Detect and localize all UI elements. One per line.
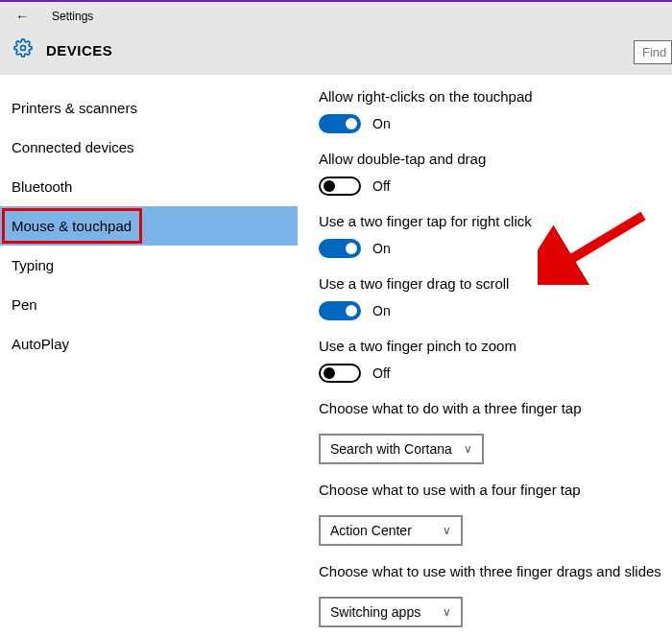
sidebar-item-pen[interactable]: Pen: [0, 285, 298, 324]
setting-allow-right-click: Allow right-clicks on the touchpad On: [319, 88, 672, 133]
toggle-state-text: Off: [372, 178, 390, 194]
content-pane: Allow right-clicks on the touchpad On Al…: [298, 75, 672, 632]
sidebar-item-typing[interactable]: Typing: [0, 246, 298, 285]
toggle-two-finger-scroll[interactable]: [319, 301, 361, 320]
sidebar-item-label: AutoPlay: [12, 336, 69, 352]
toggle-state-text: On: [372, 303, 391, 318]
toggle-state-text: On: [372, 241, 391, 256]
setting-label: Choose what to use with a four finger ta…: [319, 482, 672, 498]
setting-label: Allow right-clicks on the touchpad: [319, 88, 672, 105]
sidebar: Printers & scanners Connected devices Bl…: [0, 75, 298, 632]
sidebar-item-label: Pen: [12, 296, 37, 313]
setting-label: Use a two finger tap for right click: [319, 213, 672, 229]
sidebar-item-printers[interactable]: Printers & scanners: [0, 88, 298, 128]
toggle-two-finger-zoom[interactable]: [319, 364, 361, 383]
back-button[interactable]: ←: [15, 9, 29, 24]
header: DEVICES Find: [0, 31, 672, 75]
sidebar-item-connected-devices[interactable]: Connected devices: [0, 128, 298, 167]
chevron-down-icon: ∨: [443, 605, 451, 619]
titlebar: ← Settings: [0, 2, 672, 31]
setting-three-finger-drag: Choose what to use with three finger dra…: [319, 563, 672, 627]
sidebar-item-bluetooth[interactable]: Bluetooth: [0, 167, 298, 206]
setting-double-tap-drag: Allow double-tap and drag Off: [319, 151, 672, 196]
setting-label: Choose what to use with three finger dra…: [319, 563, 672, 579]
dropdown-value: Search with Cortana: [330, 441, 452, 457]
dropdown-three-finger-tap[interactable]: Search with Cortana ∨: [319, 434, 484, 464]
svg-point-0: [21, 46, 26, 51]
setting-label: Use a two finger drag to scroll: [319, 275, 672, 292]
toggle-knob: [346, 305, 357, 317]
sidebar-item-mouse-touchpad[interactable]: Mouse & touchpad: [0, 206, 298, 246]
setting-four-finger-tap: Choose what to use with a four finger ta…: [319, 482, 672, 546]
toggle-knob: [324, 367, 335, 379]
setting-label: Allow double-tap and drag: [319, 151, 672, 167]
toggle-two-finger-right-click[interactable]: [319, 239, 361, 258]
chevron-down-icon: ∨: [443, 524, 451, 537]
sidebar-item-label: Printers & scanners: [12, 100, 137, 116]
search-input[interactable]: Find: [634, 40, 672, 64]
toggle-knob: [346, 118, 357, 130]
setting-three-finger-tap: Choose what to do with a three finger ta…: [319, 400, 672, 464]
toggle-knob: [324, 180, 335, 192]
dropdown-value: Action Center: [330, 523, 412, 538]
setting-two-finger-zoom: Use a two finger pinch to zoom Off: [319, 338, 672, 383]
gear-icon: [13, 38, 33, 61]
toggle-double-tap-drag[interactable]: [319, 177, 361, 196]
sidebar-item-autoplay[interactable]: AutoPlay: [0, 324, 298, 364]
chevron-down-icon: ∨: [464, 442, 472, 456]
sidebar-item-label: Mouse & touchpad: [12, 218, 132, 234]
sidebar-item-label: Bluetooth: [12, 178, 72, 195]
sidebar-item-label: Typing: [12, 257, 54, 273]
setting-two-finger-scroll: Use a two finger drag to scroll On: [319, 275, 672, 320]
setting-two-finger-right-click: Use a two finger tap for right click On: [319, 213, 672, 258]
dropdown-three-finger-drag[interactable]: Switching apps ∨: [319, 597, 463, 627]
toggle-state-text: On: [372, 116, 391, 131]
search-placeholder: Find: [642, 45, 666, 59]
toggle-state-text: Off: [372, 365, 390, 381]
dropdown-four-finger-tap[interactable]: Action Center ∨: [319, 515, 463, 546]
toggle-knob: [346, 243, 357, 254]
sidebar-item-label: Connected devices: [12, 139, 134, 155]
setting-label: Use a two finger pinch to zoom: [319, 338, 672, 354]
setting-label: Choose what to do with a three finger ta…: [319, 400, 672, 416]
toggle-allow-right-click[interactable]: [319, 114, 361, 133]
page-title: DEVICES: [46, 42, 112, 59]
app-title: Settings: [52, 10, 93, 23]
dropdown-value: Switching apps: [330, 604, 420, 620]
